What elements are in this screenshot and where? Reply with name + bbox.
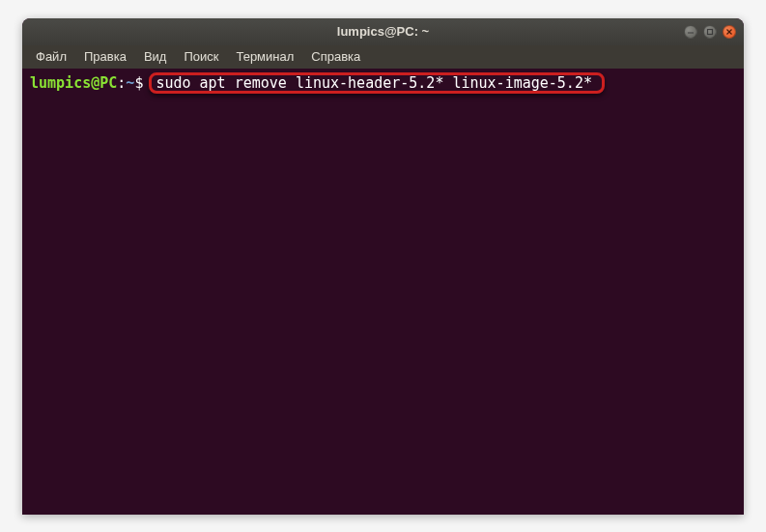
window-title: lumpics@PC: ~ (337, 24, 429, 39)
svg-rect-1 (708, 29, 713, 34)
maximize-icon (706, 28, 714, 36)
menu-edit[interactable]: Правка (76, 47, 134, 66)
menu-search[interactable]: Поиск (176, 47, 226, 66)
titlebar: lumpics@PC: ~ (22, 18, 744, 45)
prompt-user-host: lumpics@PC (30, 73, 117, 93)
menu-terminal[interactable]: Терминал (228, 47, 301, 66)
window-controls (684, 25, 736, 39)
prompt-line: lumpics@PC:~$ sudo apt remove linux-head… (30, 72, 736, 94)
close-icon (725, 28, 733, 36)
minimize-icon (687, 28, 695, 36)
menu-file[interactable]: Файл (28, 47, 74, 66)
prompt-colon: : (117, 73, 126, 93)
menu-help[interactable]: Справка (303, 47, 368, 66)
menubar: Файл Правка Вид Поиск Терминал Справка (22, 45, 744, 69)
command-highlight: sudo apt remove linux-header-5.2* linux-… (149, 72, 605, 94)
minimize-button[interactable] (684, 25, 697, 39)
terminal-body[interactable]: lumpics@PC:~$ sudo apt remove linux-head… (22, 69, 744, 515)
prompt-dollar: $ (134, 73, 143, 93)
terminal-window: lumpics@PC: ~ Файл Правка Вид Поиск Терм… (22, 18, 744, 515)
maximize-button[interactable] (703, 25, 717, 39)
prompt-path: ~ (126, 73, 134, 93)
command-text: sudo apt remove linux-header-5.2* linux-… (156, 73, 592, 93)
close-button[interactable] (723, 25, 736, 39)
menu-view[interactable]: Вид (136, 47, 175, 66)
